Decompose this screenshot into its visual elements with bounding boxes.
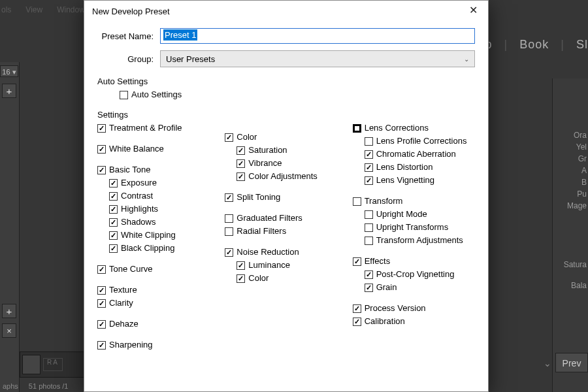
checkbox-calibration[interactable]: Calibration [353,316,475,327]
checkbox-luminance[interactable]: Luminance [237,259,347,271]
checkbox-label: Highlights [121,203,158,215]
color-label: Yel [553,142,587,154]
checkbox-sharpening[interactable]: Sharpening [97,339,220,351]
color-label: Pu [553,189,587,201]
checkbox-label: Contrast [121,190,153,202]
checkbox-label: Tone Curve [109,263,152,275]
checkbox-chromatic-aberration[interactable]: Chromatic Aberration [365,148,475,160]
checkbox-icon [365,150,373,159]
auto-settings-checkbox[interactable]: Auto Settings [120,89,475,101]
checkbox-color-adjustments[interactable]: Color Adjustments [237,171,347,182]
settings-column-2: ColorSaturationVibranceColor Adjustments… [225,122,347,352]
status-bar: aphs 51 photos /1 [0,382,68,390]
checkbox-white-balance[interactable]: White Balance [97,143,220,155]
checkbox-icon [109,179,118,188]
filmstrip: RA [20,351,85,378]
checkbox-shadows[interactable]: Shadows [109,216,220,228]
panel-plus-button[interactable]: + [2,84,16,98]
checkbox-icon [365,223,373,232]
checkbox-icon [225,214,233,223]
checkbox-label: Auto Settings [131,89,182,101]
checkbox-lens-vignetting[interactable]: Lens Vignetting [365,174,475,186]
group-select[interactable]: User Presets ⌄ [160,50,475,67]
checkbox-label: Transform [365,195,403,207]
checkbox-icon [225,133,233,142]
menu-view[interactable]: View [24,5,44,18]
color-label: B [553,178,587,189]
module-slideshow[interactable]: Sl [576,38,588,52]
checkbox-contrast[interactable]: Contrast [109,190,220,202]
panel-plus-button[interactable]: + [2,304,16,318]
checkbox-upright-transforms[interactable]: Upright Transforms [365,221,475,233]
checkbox-label: Grain [376,282,397,293]
checkbox-effects[interactable]: Effects [353,255,475,267]
checkbox-label: Process Version [365,302,426,314]
chevron-down-icon: ⌄ [464,56,469,63]
checkbox-white-clipping[interactable]: White Clipping [109,229,220,241]
checkbox-icon [365,163,373,172]
settings-column-1: Treatment & ProfileWhite BalanceBasic To… [97,122,220,352]
dialog-title: New Develop Preset [92,7,170,16]
checkbox-noise-reduction[interactable]: Noise Reduction [225,246,347,258]
checkbox-dehaze[interactable]: Dehaze [97,318,220,330]
checkbox-label: Radial Filters [237,225,286,237]
checkbox-icon [225,193,233,202]
checkbox-label: Exposure [121,177,157,189]
checkbox-grain[interactable]: Grain [365,282,475,293]
checkbox-label: Color Adjustments [248,171,318,182]
checkbox-label: Noise Reduction [237,246,299,258]
preview-button[interactable]: Prev [555,353,588,372]
checkbox-radial-filters[interactable]: Radial Filters [225,225,347,237]
checkbox-tone-curve[interactable]: Tone Curve [97,263,220,275]
module-book[interactable]: Book [519,38,549,52]
checkbox-icon [353,197,361,206]
checkbox-icon [353,124,361,133]
checkbox-label: Upright Transforms [376,221,449,233]
checkbox-lens-corrections[interactable]: Lens Corrections [353,122,475,134]
checkbox-process-version[interactable]: Process Version [353,302,475,314]
checkbox-label: White Clipping [121,229,176,241]
color-label: Mage [553,201,587,213]
zoom-badge[interactable]: 16 ▾ [0,65,18,77]
checkbox-color[interactable]: Color [237,272,347,284]
checkbox-color[interactable]: Color [225,131,347,143]
right-label-satura: Satura [553,260,587,272]
checkbox-label: Calibration [365,316,405,327]
menu-window[interactable]: Window [56,5,86,18]
checkbox-label: White Balance [109,143,164,155]
checkbox-black-clipping[interactable]: Black Clipping [109,242,220,254]
panel-chevron-icon[interactable]: ⌄ [544,358,551,368]
checkbox-texture[interactable]: Texture [97,284,220,296]
menu-tools[interactable]: ols [0,5,12,18]
checkbox-transform-adjustments[interactable]: Transform Adjustments [365,235,475,246]
preset-name-value: Preset 1 [163,29,197,41]
checkbox-upright-mode[interactable]: Upright Mode [365,208,475,220]
checkbox-transform[interactable]: Transform [353,195,475,207]
checkbox-treatment-profile[interactable]: Treatment & Profile [97,122,220,134]
panel-close-button[interactable]: × [2,323,16,338]
checkbox-vibrance[interactable]: Vibrance [237,157,347,169]
auto-settings-section-label: Auto Settings [97,76,475,86]
checkbox-label: Color [237,131,257,143]
module-separator: | [561,38,564,52]
checkbox-icon [225,227,233,236]
checkbox-label: Lens Distortion [376,161,433,173]
preset-name-input[interactable]: Preset 1 [160,28,475,44]
checkbox-lens-profile-corrections[interactable]: Lens Profile Corrections [365,135,475,147]
checkbox-highlights[interactable]: Highlights [109,203,220,215]
filmstrip-thumb[interactable] [22,355,41,374]
checkbox-graduated-filters[interactable]: Graduated Filters [225,212,347,224]
checkbox-lens-distortion[interactable]: Lens Distortion [365,161,475,173]
checkbox-exposure[interactable]: Exposure [109,177,220,189]
dialog-titlebar: New Develop Preset ✕ [84,1,488,22]
color-label: A [553,166,587,178]
checkbox-saturation[interactable]: Saturation [237,144,347,156]
close-icon[interactable]: ✕ [463,4,483,18]
settings-column-3: Lens CorrectionsLens Profile Corrections… [353,122,475,352]
checkbox-basic-tone[interactable]: Basic Tone [97,164,220,176]
checkbox-clarity[interactable]: Clarity [97,297,220,309]
checkbox-split-toning[interactable]: Split Toning [225,191,347,203]
checkbox-post-crop-vignetting[interactable]: Post-Crop Vignetting [365,269,475,280]
settings-section-label: Settings [97,110,475,120]
left-panel [0,62,20,392]
